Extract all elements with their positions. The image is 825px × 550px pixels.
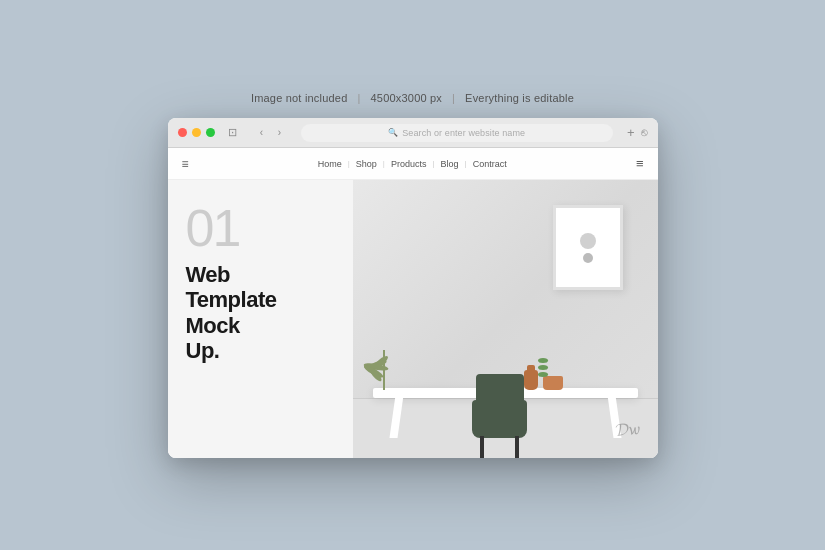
hero-title-line1: Web	[186, 262, 335, 287]
watermark: 𝓓𝔀	[614, 418, 641, 441]
traffic-light-red[interactable]	[178, 128, 187, 137]
hero-section: 01 Web Template Mock Up.	[168, 180, 658, 458]
nav-shop[interactable]: Shop	[356, 159, 377, 169]
chair-leg-left	[480, 436, 484, 458]
divider-1: |	[357, 92, 360, 104]
hero-title-line4: Up.	[186, 338, 335, 363]
hero-right: 𝓓𝔀	[353, 180, 658, 458]
hero-title-line2: Template	[186, 287, 335, 312]
search-icon: 🔍	[388, 128, 398, 137]
nav-products[interactable]: Products	[391, 159, 427, 169]
not-included-text: Image not included	[251, 92, 348, 104]
pot-body	[543, 376, 563, 390]
plant-stem	[383, 350, 385, 390]
small-vase	[524, 365, 538, 390]
site-navbar: ≡ Home | Shop | Products | Blog | Contra…	[168, 148, 658, 180]
hamburger-icon[interactable]: ≡	[182, 157, 189, 171]
pot-leaf-1	[538, 358, 548, 363]
pot-leaves	[538, 358, 548, 377]
traffic-light-green[interactable]	[206, 128, 215, 137]
nav-divider-4: |	[465, 159, 467, 168]
picture-frame	[553, 205, 623, 290]
browser-actions: + ⎋	[627, 126, 648, 139]
tab-icon[interactable]: ⊡	[225, 126, 241, 140]
page-wrapper: Image not included | 4500x3000 px | Ever…	[168, 92, 658, 458]
divider-2: |	[452, 92, 455, 104]
website-content: ≡ Home | Shop | Products | Blog | Contra…	[168, 148, 658, 458]
nav-divider-3: |	[432, 159, 434, 168]
browser-toolbar: ⊡ ‹ › 🔍 Search or enter website name + ⎋	[168, 118, 658, 148]
hero-title-line3: Mock	[186, 313, 335, 338]
site-menu-icon[interactable]: ≡	[636, 156, 644, 171]
chair-leg-right	[515, 436, 519, 458]
browser-nav: ‹ ›	[255, 126, 287, 140]
pot-plant	[543, 376, 563, 390]
add-tab-button[interactable]: +	[627, 126, 635, 139]
site-nav-links: Home | Shop | Products | Blog | Contract	[318, 159, 507, 169]
plant	[383, 350, 385, 390]
nav-divider-1: |	[348, 159, 350, 168]
pot-leaf-2	[538, 365, 548, 370]
circle-art-small	[583, 253, 593, 263]
hero-number: 01	[186, 202, 335, 254]
dimensions-text: 4500x3000 px	[371, 92, 443, 104]
forward-button[interactable]: ›	[273, 126, 287, 140]
chair-back	[476, 374, 524, 402]
traffic-lights	[178, 128, 215, 137]
chair	[472, 400, 527, 438]
pot-leaf-3	[538, 372, 548, 377]
share-button[interactable]: ⎋	[641, 127, 648, 138]
circle-art-large	[580, 233, 596, 249]
back-button[interactable]: ‹	[255, 126, 269, 140]
hero-left: 01 Web Template Mock Up.	[168, 180, 353, 458]
tab-icon-glyph: ⊡	[228, 126, 237, 139]
desk-scene: 𝓓𝔀	[353, 180, 658, 458]
nav-contract[interactable]: Contract	[473, 159, 507, 169]
nav-blog[interactable]: Blog	[441, 159, 459, 169]
meta-info-bar: Image not included | 4500x3000 px | Ever…	[251, 92, 574, 104]
chair-seat	[472, 400, 527, 438]
traffic-light-yellow[interactable]	[192, 128, 201, 137]
picture-frame-inner	[566, 218, 610, 277]
hero-title: Web Template Mock Up.	[186, 262, 335, 363]
address-bar[interactable]: 🔍 Search or enter website name	[301, 124, 613, 142]
vase-body	[524, 370, 538, 390]
browser-window: ⊡ ‹ › 🔍 Search or enter website name + ⎋	[168, 118, 658, 458]
nav-divider-2: |	[383, 159, 385, 168]
address-bar-text: Search or enter website name	[402, 128, 525, 138]
editable-text: Everything is editable	[465, 92, 574, 104]
nav-home[interactable]: Home	[318, 159, 342, 169]
